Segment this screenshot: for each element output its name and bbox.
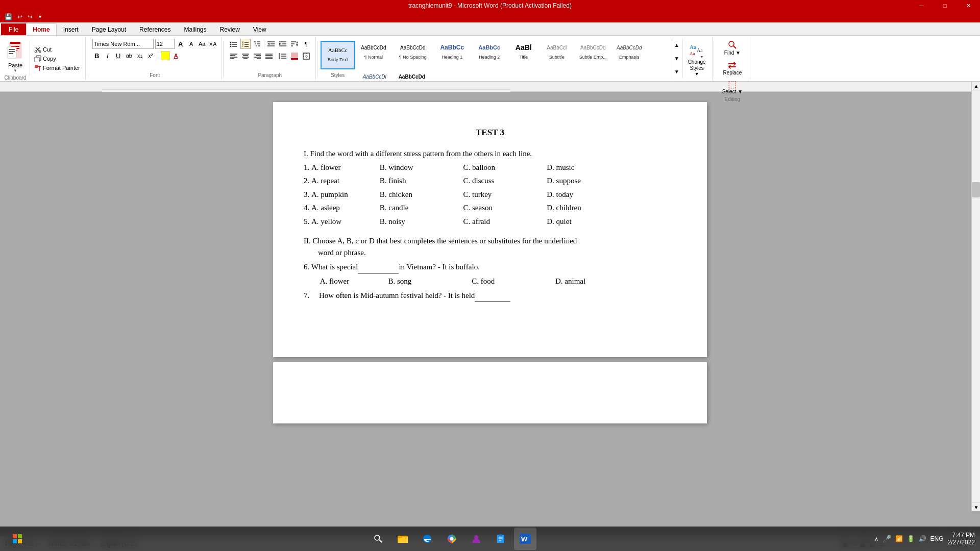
scroll-down-button[interactable]: ▼ [972,503,980,511]
style-title[interactable]: AaBl Title [508,39,539,67]
app-title: tracnghiemunit9 - Microsoft Word (Produc… [408,2,572,9]
document-page-2 [273,362,707,423]
close-button[interactable]: ✕ [957,0,980,11]
taskbar-word[interactable]: W [514,528,536,550]
style-emphasis[interactable]: AaBbCcDd Emphasis [612,39,647,67]
taskbar-time[interactable]: 7:47 PM 2/27/2022 [948,532,975,546]
redo-quick-button[interactable]: ↪ [26,12,35,22]
superscript-button[interactable]: x² [146,51,155,60]
save-quick-button[interactable]: 💾 [3,12,14,22]
taskbar-battery[interactable]: 🔋 [907,535,915,542]
font-name-input[interactable] [92,39,154,49]
tab-references[interactable]: References [133,23,177,35]
tab-insert[interactable]: Insert [57,23,85,35]
italic-button[interactable]: I [103,51,112,60]
borders-button[interactable] [301,51,311,61]
taskbar-icons: W [30,528,874,550]
increase-indent-button[interactable] [278,39,288,49]
taskbar-user[interactable] [465,528,487,550]
align-right-button[interactable] [252,51,262,61]
numbering-button[interactable]: 1.2.3. [240,39,251,49]
taskbar-clipboard[interactable] [489,528,512,550]
font-color-button[interactable]: A [172,51,181,60]
shading-button[interactable] [289,51,300,61]
style-heading1[interactable]: AaBbCc Heading 1 [434,39,471,67]
replace-button[interactable]: ⇄ Replace [720,59,745,77]
maximize-button[interactable]: □ [933,0,957,11]
text-highlight-button[interactable]: A [161,51,170,60]
taskbar-chrome[interactable] [440,528,463,550]
cut-button[interactable]: Cut [32,45,82,54]
style-body-text[interactable]: AaBbCc Body Text [321,41,355,69]
scroll-thumb[interactable] [972,182,980,197]
strikethrough-button[interactable]: ab [125,51,134,60]
bold-button[interactable]: B [92,51,102,60]
taskbar-file-explorer[interactable] [391,528,414,550]
section2-instruction: II. Choose A, B, c or D that best comple… [304,235,676,258]
bullets-button[interactable] [229,39,239,49]
taskbar-edge[interactable] [416,528,438,550]
svg-rect-91 [398,536,402,538]
svg-marker-48 [296,44,298,46]
customize-quick-button[interactable]: ▼ [36,13,44,20]
sort-button[interactable] [289,39,300,49]
svg-rect-7 [9,51,15,52]
undo-quick-button[interactable]: ↩ [15,12,24,22]
format-painter-button[interactable]: Format Painter [32,64,82,72]
style-subtle-emphasis[interactable]: AaBbCcDd Subtle Emp... [575,39,611,67]
scrollbar: ▲ ▼ [971,82,980,511]
taskbar-chevron[interactable]: ∧ [874,536,878,542]
font-group: A A Aa ✕A B I U ab x₂ x² A A Font [88,37,222,80]
tab-file[interactable]: File [1,23,26,35]
tab-page-layout[interactable]: Page Layout [85,23,133,35]
svg-point-18 [230,42,231,43]
taskbar-volume[interactable]: 🔊 [919,535,926,542]
scroll-up-button[interactable]: ▲ [972,82,980,90]
show-hide-button[interactable]: ¶ [301,39,311,49]
change-case-button[interactable]: Aa [198,39,207,48]
item-4: 4. A. asleep B. candle C. season D. chil… [304,202,676,214]
font-size-input[interactable] [155,39,175,49]
tab-home[interactable]: Home [26,23,56,35]
style-subtitle[interactable]: AaBbCcl Subtitle [540,39,574,67]
align-left-button[interactable] [229,51,239,61]
find-button[interactable]: Find ▼ [721,39,744,57]
style-heading2[interactable]: AaBbCc Heading 2 [471,39,508,67]
align-center-button[interactable] [240,51,251,61]
taskbar-search[interactable] [367,528,389,550]
shrink-font-button[interactable]: A [187,39,196,48]
styles-scroll-up[interactable]: ▲ [673,41,680,49]
svg-rect-85 [13,539,17,543]
paste-button[interactable]: Paste ▼ [3,39,28,74]
svg-text:W: W [521,535,528,543]
justify-button[interactable] [264,51,274,61]
styles-scroll-down[interactable]: ▼ [673,55,680,62]
svg-rect-5 [7,47,16,58]
ruler: for(let i=0;i<=800;i+=10){ let h = (i%10… [0,82,980,92]
taskbar-mic[interactable]: 🎤 [883,535,891,543]
decrease-indent-button[interactable] [266,39,276,49]
start-button[interactable] [5,527,30,551]
tab-mailings[interactable]: Mailings [177,23,213,35]
style-normal[interactable]: AaBbCcDd ¶ Normal [355,39,392,67]
line-spacing-button[interactable] [278,51,288,61]
change-styles-button[interactable]: Aa Aa Aa Change Styles ▼ [682,39,710,78]
svg-rect-15 [35,65,38,68]
paste-label: Paste [8,62,22,68]
underline-button[interactable]: U [114,51,123,60]
svg-rect-69 [291,53,298,58]
multilevel-list-button[interactable] [252,39,262,49]
clear-format-button[interactable]: ✕A [208,39,217,48]
format-painter-label: Format Painter [43,65,80,71]
style-no-spacing[interactable]: AaBbCcDd ¶ No Spacing [393,39,433,67]
svg-marker-77 [701,56,703,58]
select-button[interactable]: ⬚ Select ▼ [719,79,746,95]
taskbar-network[interactable]: 📶 [895,535,903,542]
tab-view[interactable]: View [247,23,273,35]
copy-button[interactable]: Copy [32,55,82,63]
minimize-button[interactable]: ─ [910,0,933,11]
styles-more[interactable]: ▼ [673,68,680,76]
tab-review[interactable]: Review [213,23,246,35]
grow-font-button[interactable]: A [176,39,185,48]
subscript-button[interactable]: x₂ [135,51,144,60]
